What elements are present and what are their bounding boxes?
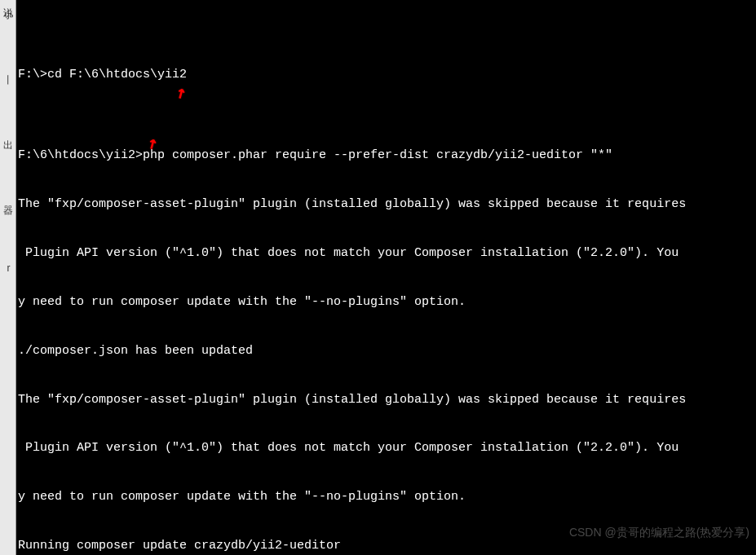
terminal-line: The "fxp/composer-asset-plugin" plugin (… xyxy=(18,392,754,408)
terminal-output[interactable]: F:\>cd F:\6\htdocs\yii2 F:\6\htdocs\yii2… xyxy=(16,0,756,555)
terminal-line: y need to run composer update with the "… xyxy=(18,489,754,505)
terminal-line: y need to run composer update with the "… xyxy=(18,294,754,311)
terminal-line: Plugin API version ("^1.0") that does no… xyxy=(18,440,754,456)
terminal-line: Plugin API version ("^1.0") that does no… xyxy=(18,245,754,262)
terminal-line: The "fxp/composer-asset-plugin" plugin (… xyxy=(18,196,754,213)
left-gutter: 小说 丨 出 器 r xyxy=(0,0,16,555)
terminal-line: Running composer update crazydb/yii2-ued… xyxy=(18,538,754,554)
terminal-line: F:\>cd F:\6\htdocs\yii2 xyxy=(18,67,754,83)
terminal-line: ./composer.json has been updated xyxy=(18,343,754,359)
terminal-line: F:\6\htdocs\yii2>php composer.phar requi… xyxy=(18,148,754,164)
gutter-text-5: r xyxy=(2,262,15,272)
